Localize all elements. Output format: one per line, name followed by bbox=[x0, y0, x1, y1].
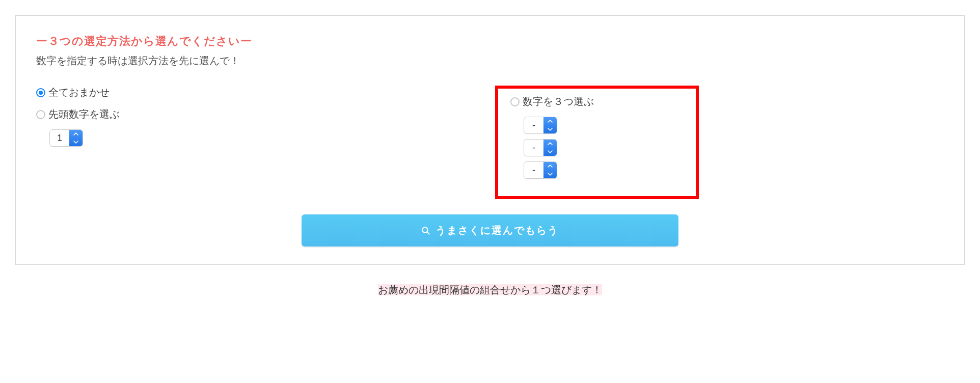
three-digits-select-1[interactable]: - bbox=[524, 117, 557, 134]
chevron-up-icon bbox=[69, 130, 83, 138]
three-digits-select-3[interactable]: - bbox=[524, 161, 557, 179]
radio-auto[interactable]: 全ておまかせ bbox=[36, 86, 485, 99]
first-digit-select[interactable]: 1 bbox=[49, 129, 83, 147]
footer-note: お薦めの出現間隔値の組合せから１つ選びます！ bbox=[15, 283, 965, 297]
footer-note-text: お薦めの出現間隔値の組合せから１つ選びます！ bbox=[378, 284, 602, 295]
chevron-up-icon bbox=[543, 140, 557, 148]
chevron-down-icon bbox=[543, 125, 557, 133]
three-digits-select-1-holder: - bbox=[524, 117, 684, 134]
three-digits-select-2[interactable]: - bbox=[524, 139, 557, 156]
radio-first-digit[interactable]: 先頭数字を選ぶ bbox=[36, 107, 485, 121]
chevron-up-icon bbox=[543, 117, 557, 125]
search-icon bbox=[421, 226, 430, 235]
selection-panel: ー３つの選定方法から選んでくださいー 数字を指定する時は選択方法を先に選んで！ … bbox=[15, 15, 965, 265]
chevron-up-icon bbox=[543, 162, 557, 170]
chevron-down-icon bbox=[543, 148, 557, 156]
chevron-down-icon bbox=[543, 170, 557, 178]
svg-line-1 bbox=[427, 232, 429, 234]
submit-button-label: うまさくに選んでもらう bbox=[435, 224, 559, 237]
options-right-column: 数字を３つ選ぶ - - bbox=[495, 86, 944, 199]
three-digits-value-3: - bbox=[524, 162, 543, 178]
three-digits-select-2-holder: - bbox=[524, 139, 684, 156]
radio-unchecked-icon bbox=[510, 97, 520, 106]
first-digit-select-holder: 1 bbox=[49, 129, 485, 147]
radio-three-digits-label: 数字を３つ選ぶ bbox=[523, 95, 594, 108]
chevron-down-icon bbox=[69, 138, 83, 146]
panel-subtitle: 数字を指定する時は選択方法を先に選んで！ bbox=[36, 54, 944, 68]
options-left-column: 全ておまかせ 先頭数字を選ぶ 1 bbox=[36, 86, 485, 152]
radio-unchecked-icon bbox=[36, 110, 45, 119]
radio-checked-icon bbox=[36, 88, 45, 97]
stepper-control[interactable] bbox=[543, 117, 557, 133]
three-digits-value-2: - bbox=[524, 140, 543, 156]
three-digits-value-1: - bbox=[524, 117, 543, 133]
panel-title: ー３つの選定方法から選んでくださいー bbox=[36, 34, 944, 49]
submit-button[interactable]: うまさくに選んでもらう bbox=[302, 214, 678, 247]
submit-row: うまさくに選んでもらう bbox=[36, 214, 944, 247]
options-grid: 全ておまかせ 先頭数字を選ぶ 1 数字を bbox=[36, 86, 944, 199]
first-digit-value: 1 bbox=[50, 130, 69, 146]
three-digits-select-3-holder: - bbox=[524, 161, 684, 179]
radio-first-digit-label: 先頭数字を選ぶ bbox=[48, 107, 120, 121]
stepper-control[interactable] bbox=[543, 140, 557, 156]
stepper-control[interactable] bbox=[543, 162, 557, 178]
radio-auto-label: 全ておまかせ bbox=[48, 86, 110, 99]
radio-three-digits[interactable]: 数字を３つ選ぶ bbox=[510, 95, 684, 108]
stepper-control[interactable] bbox=[69, 130, 83, 146]
highlight-box: 数字を３つ選ぶ - - bbox=[495, 86, 699, 199]
